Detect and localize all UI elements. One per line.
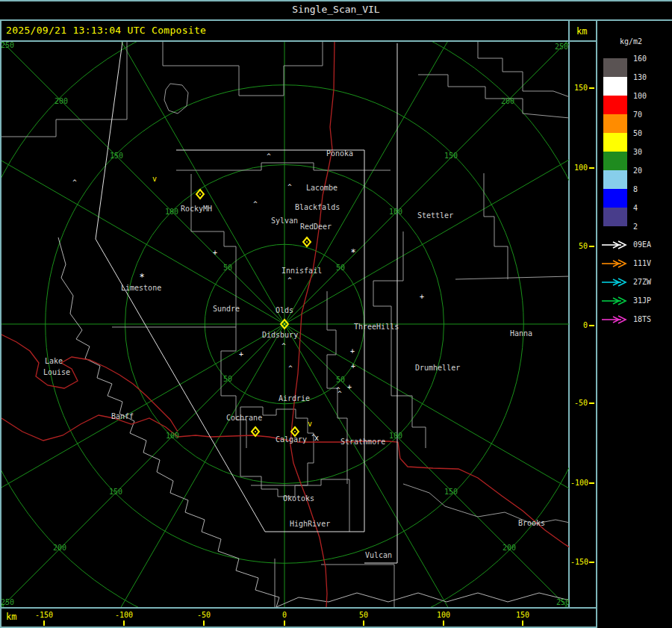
range-label: 250 (1, 42, 14, 49)
right-axis-tick-label: 100 (570, 164, 588, 172)
bottom-axis-tick-label: 100 (432, 611, 455, 619)
azimuth-spoke (284, 42, 569, 324)
town-label: ThreeHills (354, 323, 399, 331)
range-label: 150 (444, 488, 458, 496)
right-axis-unit: km (576, 26, 587, 37)
right-axis-tick (589, 325, 594, 326)
point-marker: v (308, 420, 312, 428)
radar-map-canvas[interactable]: 2502502502502001501005020015010050501001… (1, 42, 569, 607)
range-label: 50 (336, 264, 345, 272)
radar-site-dot (306, 241, 308, 243)
town-label: Louise (43, 368, 70, 376)
legend-unit-label: kg/m2 (620, 37, 642, 46)
radar-site-dot (255, 431, 256, 432)
point-marker: + (239, 350, 243, 358)
window-title: Single_Scan_VIL (0, 4, 672, 15)
color-scale-value: 50 (633, 130, 642, 137)
right-axis-tick (589, 246, 594, 247)
color-scale-value: 20 (633, 167, 642, 175)
range-label: 200 (55, 97, 68, 105)
color-scale-value: 30 (633, 149, 642, 156)
bottom-axis-tick (123, 621, 125, 626)
site-id-label: 09EA (633, 241, 651, 249)
range-label: 200 (503, 544, 516, 552)
range-label: 250 (1, 598, 14, 606)
point-marker: ^ (336, 386, 340, 394)
radar-app-window: Single_Scan_VIL 2025/09/21 13:13:04 UTC … (0, 0, 672, 628)
town-label: Innisfail (281, 267, 322, 275)
color-scale-value: 2 (633, 223, 638, 231)
town-label: Banff (111, 412, 134, 420)
right-axis-tick-label: -100 (570, 479, 588, 487)
town-label: HighRiver (290, 520, 330, 528)
color-swatch (603, 114, 627, 133)
right-axis-tick (589, 482, 594, 484)
color-swatch (603, 77, 627, 96)
color-scale-value: 160 (633, 55, 647, 63)
right-axis-tick (589, 562, 594, 563)
bottom-axis-tick-label: -100 (112, 611, 136, 619)
range-label: 150 (110, 152, 123, 160)
range-label: 100 (166, 432, 179, 440)
color-scale-value: 4 (633, 205, 638, 212)
site-id-label: 18TS (633, 316, 651, 323)
right-axis-tick-label: 50 (570, 242, 588, 250)
right-axis-tick-label: -150 (570, 558, 588, 566)
color-swatch (603, 170, 627, 189)
town-label: Didsbury (262, 331, 298, 339)
site-id-label: 31JP (633, 297, 651, 305)
point-marker: ^ (287, 183, 292, 190)
town-label: Lacombe (306, 184, 337, 192)
color-swatch (603, 152, 627, 170)
range-label: 50 (336, 376, 345, 384)
point-marker: v (152, 175, 157, 183)
county-boundary (221, 327, 246, 448)
town-label: Sundre (213, 305, 240, 313)
point-marker: + (350, 347, 355, 355)
right-axis-tick-label: -50 (570, 399, 588, 407)
bottom-axis-unit: km (6, 612, 16, 622)
radar-site-dot (199, 193, 201, 195)
range-label: 100 (389, 432, 402, 440)
county-boundary (163, 42, 323, 96)
top-border (0, 0, 672, 1)
county-boundary (373, 231, 426, 448)
range-label: 250 (555, 43, 568, 51)
town-label: Hanna (510, 329, 532, 338)
range-label: 200 (53, 544, 66, 552)
lake-outline (164, 84, 188, 114)
point-marker: + (213, 249, 217, 257)
provincial-border (276, 593, 569, 607)
scan-timestamp: 2025/09/21 13:13:04 UTC Composite (6, 25, 206, 36)
radar-site-dot (294, 431, 296, 432)
point-marker: ^ (72, 178, 77, 186)
town-label: Sylvan (271, 217, 298, 225)
town-label: Blackfalds (295, 203, 340, 211)
town-label: Okotoks (283, 494, 314, 503)
bottom-axis-tick-label: 0 (273, 611, 296, 619)
point-marker: + (347, 383, 352, 391)
range-label: 150 (109, 488, 122, 496)
town-label: Vulcan (365, 551, 392, 559)
county-boundary (1, 42, 127, 137)
point-marker: + (351, 362, 355, 370)
azimuth-spoke (1, 115, 284, 324)
town-label: RockyMH (181, 205, 212, 213)
radar-coverage-outline (364, 43, 397, 563)
bottom-axis-tick-label: -50 (192, 611, 216, 619)
town-label: Drumheller (415, 364, 460, 372)
azimuth-spoke (75, 42, 284, 324)
azimuth-spoke (75, 324, 284, 607)
point-marker: x (314, 434, 319, 442)
point-marker: ^ (288, 364, 293, 372)
bottom-axis-tick (522, 621, 523, 626)
town-label: Airdrie (279, 394, 310, 402)
color-scale-value: 70 (633, 111, 642, 119)
point-marker: ^ (267, 152, 271, 160)
range-label: 250 (556, 598, 569, 606)
county-boundary (418, 75, 569, 118)
range-label: 200 (501, 97, 514, 105)
bottom-axis-tick (363, 621, 364, 626)
range-label: 100 (389, 208, 402, 216)
right-axis-tick (589, 167, 594, 169)
